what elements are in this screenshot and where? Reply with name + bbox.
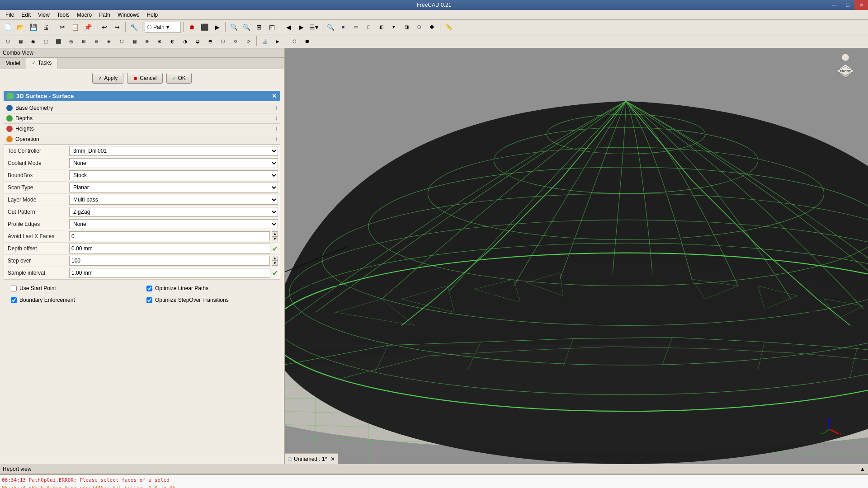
undo-button[interactable]: ↩ [99, 21, 110, 33]
menu-tools[interactable]: Tools [53, 11, 73, 19]
boundbox-select[interactable]: Stock Bounding Box [69, 170, 278, 180]
menu-windows[interactable]: Windows [114, 11, 143, 19]
optimize-stepover-checkbox[interactable] [146, 297, 152, 303]
op-close-icon[interactable]: ✕ [272, 93, 277, 99]
measure-button[interactable]: 📏 [443, 21, 454, 33]
path-t17[interactable]: ◓ [204, 35, 216, 47]
cancel-button[interactable]: ⏺ Cancel [127, 73, 162, 84]
path-t11[interactable]: ▦ [128, 35, 140, 47]
viewport-close-icon[interactable]: ✕ [330, 456, 335, 462]
path-t6[interactable]: ◎ [65, 35, 77, 47]
view-3d[interactable]: ⬡ [413, 21, 425, 33]
view-bottom[interactable]: ▼ [388, 21, 400, 33]
tab-tasks[interactable]: ✓ Tasks [26, 58, 58, 69]
paste-button[interactable]: 📌 [82, 21, 94, 33]
optimize-linear-checkbox[interactable] [146, 286, 152, 291]
stop-button[interactable]: ⬛ [198, 21, 210, 33]
boundary-enforcement-checkbox[interactable] [11, 297, 17, 303]
path-t1[interactable]: ⬡ [2, 35, 14, 47]
path-t18[interactable]: ⬠ [217, 35, 229, 47]
record-button[interactable]: ⏺ [186, 21, 198, 33]
avoid-faces-up[interactable]: ▲ [272, 231, 278, 236]
avoid-faces-down[interactable]: ▼ [272, 236, 278, 241]
path-extra2[interactable]: ⬢ [301, 35, 313, 47]
path-t2[interactable]: ▦ [14, 35, 26, 47]
menu-macro[interactable]: Macro [73, 11, 95, 19]
tool-controller-select[interactable]: 3mm_Drill001 [69, 146, 278, 156]
view-rear[interactable]: ◨ [401, 21, 412, 33]
path-t12[interactable]: ⊕ [141, 35, 153, 47]
menu-edit[interactable]: Edit [18, 11, 34, 19]
viewport[interactable]: FRONT X Y Z ⬡ Unnamed : 1* [285, 48, 868, 464]
path-sim[interactable]: ▶ [272, 35, 283, 47]
run-button[interactable]: ▶ [211, 21, 223, 33]
section-depths[interactable]: Depths ⟩ [4, 113, 280, 124]
section-heights[interactable]: Heights ⟩ [4, 124, 280, 134]
open-button[interactable]: 📂 [14, 21, 26, 33]
path-t15[interactable]: ◑ [179, 35, 191, 47]
copy-button[interactable]: 📋 [69, 21, 81, 33]
new-button[interactable]: 📄 [2, 21, 14, 33]
fit-all-button[interactable]: ⊞ [253, 21, 265, 33]
zoom-out-button[interactable]: 🔍 [241, 21, 252, 33]
avoid-faces-input[interactable] [69, 231, 270, 241]
cut-pattern-select[interactable]: ZigZag Offset Spiral [69, 207, 278, 217]
path-t3[interactable]: ◉ [27, 35, 39, 47]
close-button[interactable]: ✕ [854, 0, 868, 10]
step-over-input[interactable] [69, 256, 270, 266]
apply-button[interactable]: ✓ Apply [92, 73, 123, 84]
path-t14[interactable]: ◐ [166, 35, 178, 47]
step-over-up[interactable]: ▲ [272, 256, 278, 261]
zoom-level-button[interactable]: 🔍 [325, 21, 336, 33]
path-t13[interactable]: ⊗ [154, 35, 165, 47]
section-operation[interactable]: Operation ⟩ [4, 134, 280, 145]
path-t4[interactable]: ⬚ [40, 35, 52, 47]
view-left[interactable]: ◧ [375, 21, 387, 33]
sample-interval-input[interactable] [69, 268, 270, 278]
workbench-dropdown[interactable]: ⬡ Path ▾ [145, 22, 181, 33]
scan-type-select[interactable]: Planar Rotational [69, 183, 278, 192]
path-extra1[interactable]: ⬡ [288, 35, 300, 47]
maximize-button[interactable]: □ [841, 0, 854, 10]
coolant-mode-select[interactable]: None [69, 158, 278, 168]
view-front[interactable]: ■ [337, 21, 349, 33]
menu-view[interactable]: View [34, 11, 53, 19]
profile-edges-select[interactable]: None Only First Last [69, 219, 278, 229]
menu-file[interactable]: File [2, 11, 18, 19]
path-t16[interactable]: ◒ [192, 35, 203, 47]
navigation-cube[interactable]: FRONT [827, 53, 863, 89]
path-t9[interactable]: ◈ [103, 35, 115, 47]
ok-button[interactable]: ✓ OK [166, 73, 192, 84]
cut-button[interactable]: ✂ [57, 21, 68, 33]
use-start-point-checkbox[interactable] [11, 286, 17, 291]
path-t5[interactable]: ⬛ [52, 35, 64, 47]
view-fwd-button[interactable]: ▶ [295, 21, 307, 33]
path-inspect[interactable]: 🔬 [259, 35, 271, 47]
print-button[interactable]: 🖨 [40, 21, 52, 33]
view-top[interactable]: ▭ [350, 21, 362, 33]
view-menu-button[interactable]: ☰▾ [308, 21, 320, 33]
heights-expand: ⟩ [275, 126, 278, 132]
report-view-expand[interactable]: ▲ [860, 466, 865, 472]
save-button[interactable]: 💾 [27, 21, 39, 33]
macro-button[interactable]: 🔧 [128, 21, 140, 33]
step-over-down[interactable]: ▼ [272, 261, 278, 266]
zoom-in-button[interactable]: 🔍 [228, 21, 240, 33]
path-t19[interactable]: ↻ [230, 35, 241, 47]
section-base-geometry[interactable]: Base Geometry ⟩ [4, 103, 280, 113]
path-t8[interactable]: ⊟ [90, 35, 102, 47]
menu-help[interactable]: Help [143, 11, 162, 19]
minimize-button[interactable]: ─ [827, 0, 841, 10]
view-special[interactable]: ⬢ [426, 21, 438, 33]
view-right[interactable]: ▯ [363, 21, 374, 33]
view-iso-button[interactable]: ◱ [266, 21, 278, 33]
layer-mode-select[interactable]: Multi-pass Single-pass [69, 195, 278, 205]
depth-offset-input[interactable] [69, 244, 270, 253]
path-t10[interactable]: ⬡ [116, 35, 127, 47]
view-back-button[interactable]: ◀ [283, 21, 294, 33]
path-t7[interactable]: ⊞ [78, 35, 90, 47]
redo-button[interactable]: ↪ [111, 21, 123, 33]
menu-path[interactable]: Path [95, 11, 114, 19]
path-t20[interactable]: ↺ [242, 35, 254, 47]
tab-model[interactable]: Model [0, 58, 26, 69]
